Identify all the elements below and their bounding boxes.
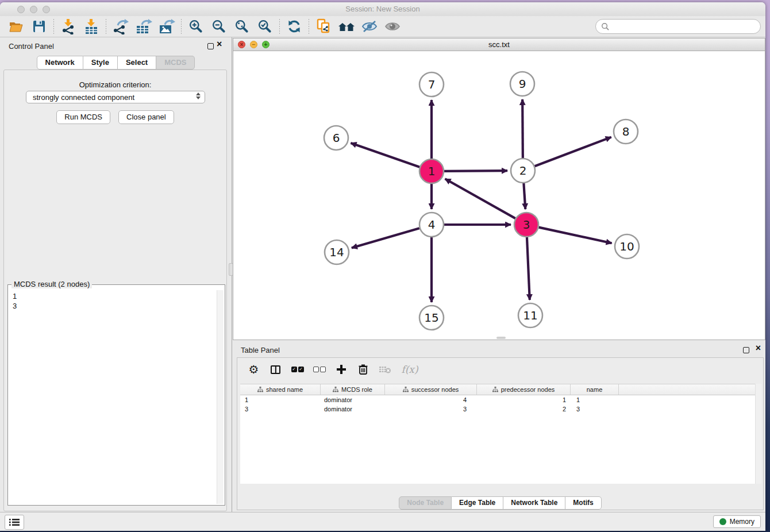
edge-3-10[interactable] [538, 228, 611, 244]
edge-1-2[interactable] [444, 171, 507, 171]
zoom-out-icon[interactable] [207, 18, 230, 35]
cell-mcds-role[interactable]: dominator [321, 406, 385, 413]
cell-predecessor-nodes[interactable]: 1 [477, 396, 571, 403]
cell-successor-nodes[interactable]: 3 [385, 406, 477, 413]
zoom-selected-icon[interactable] [253, 18, 276, 35]
graph-node-label-15: 15 [424, 311, 438, 325]
tab-edge-table[interactable]: Edge Table [452, 496, 503, 510]
memory-button[interactable]: Memory [713, 515, 761, 528]
mcds-result-list[interactable]: 13 [9, 290, 217, 504]
cell-shared-name[interactable]: 1 [240, 396, 321, 403]
table-row[interactable]: 1dominator411 [240, 395, 756, 404]
add-row-icon[interactable] [333, 362, 349, 377]
network-splitter-handle[interactable] [496, 337, 506, 339]
mcds-result-line: 1 [13, 291, 217, 301]
mcds-panel: Optimization criterion: strongly connect… [3, 70, 227, 511]
edge-2-8[interactable] [535, 137, 611, 167]
tab-network[interactable]: Network [37, 56, 83, 70]
show-all-eye-icon[interactable] [381, 18, 404, 35]
column-header-successor-nodes[interactable]: successor nodes [385, 384, 477, 395]
optimization-criterion-select[interactable]: strongly connected component [26, 91, 205, 103]
cell-shared-name[interactable]: 3 [240, 406, 321, 413]
control-panel-header: Control Panel × [0, 37, 232, 53]
float-panel-icon[interactable] [207, 43, 214, 49]
cell-name[interactable]: 3 [571, 406, 619, 413]
column-header-shared-name[interactable]: shared name [240, 384, 321, 395]
cell-name[interactable]: 1 [571, 396, 619, 403]
network-canvas[interactable]: 7968124314101511 [233, 51, 765, 340]
tab-network-table[interactable]: Network Table [503, 496, 565, 510]
export-table-icon[interactable] [132, 18, 155, 35]
tab-mcds[interactable]: MCDS [156, 56, 195, 70]
optimization-criterion-label: Optimization criterion: [4, 80, 226, 89]
table-panel-title: Table Panel [241, 346, 280, 354]
memory-label: Memory [730, 518, 754, 526]
column-header-name[interactable]: name [571, 384, 619, 395]
attribute-tree-icon [333, 387, 338, 392]
graph-node-label-10: 10 [619, 240, 634, 253]
app-window: Session: New Session [0, 2, 765, 531]
edge-3-1[interactable] [445, 179, 515, 218]
graph-node-label-14: 14 [329, 245, 344, 259]
column-header-predecessor-nodes[interactable]: predecessor nodes [477, 384, 571, 395]
table-row[interactable]: 3dominator323 [240, 404, 756, 414]
column-header-label: MCDS role [341, 386, 372, 393]
cell-mcds-role[interactable]: dominator [321, 396, 385, 403]
network-window-titlebar[interactable]: × − + scc.txt [233, 38, 765, 51]
function-builder-button: f(x) [398, 362, 421, 377]
toolbar-separator [53, 19, 54, 34]
export-image-icon[interactable] [155, 18, 178, 35]
control-panel-tabs: NetworkStyleSelectMCDS [0, 56, 232, 70]
zoom-fit-icon[interactable] [230, 18, 253, 35]
toolbar-separator [309, 19, 309, 34]
network-window-title: scc.txt [233, 40, 765, 49]
refresh-icon[interactable] [283, 18, 306, 35]
first-neighbors-icon[interactable] [312, 18, 335, 35]
column-header-mcds-role[interactable]: MCDS role [321, 384, 385, 395]
close-panel-button[interactable]: Close panel [118, 110, 174, 124]
toolbar-separator [279, 19, 280, 34]
save-session-icon[interactable] [28, 18, 51, 35]
home-layout-icon[interactable] [335, 18, 358, 35]
control-panel-title: Control Panel [9, 42, 54, 51]
show-column-icon[interactable] [267, 362, 284, 377]
delete-row-trash-icon[interactable] [355, 362, 371, 377]
edge-2-9[interactable] [522, 99, 523, 158]
table-type-tabs: Node TableEdge TableNetwork TableMotifs [237, 496, 763, 510]
export-network-icon[interactable] [109, 18, 132, 35]
status-bar: Memory [0, 512, 765, 531]
open-file-icon[interactable] [5, 18, 28, 35]
edge-2-3[interactable] [523, 183, 525, 209]
tab-style[interactable]: Style [83, 56, 118, 70]
run-mcds-button[interactable]: Run MCDS [56, 110, 110, 124]
import-table-icon[interactable] [80, 18, 103, 35]
edge-1-6[interactable] [351, 143, 419, 167]
table-close-panel-icon[interactable]: × [756, 343, 761, 353]
table-float-panel-icon[interactable] [743, 347, 749, 353]
task-list-button[interactable] [5, 515, 24, 530]
node-table-view: ⚙ ✓✓ f(x) shared nameMCDS rolesuccessor … [237, 357, 764, 510]
edge-3-11[interactable] [527, 237, 530, 300]
close-panel-icon[interactable]: × [217, 39, 222, 49]
cell-successor-nodes[interactable]: 4 [385, 396, 477, 403]
zoom-in-icon[interactable] [184, 18, 207, 35]
table-scrollbar[interactable] [755, 384, 761, 484]
hide-selected-eye-icon[interactable] [358, 18, 381, 35]
main-toolbar [0, 16, 765, 37]
column-header-label: predecessor nodes [501, 386, 555, 393]
search-input[interactable] [610, 20, 760, 33]
window-title: Session: New Session [0, 5, 765, 13]
select-all-icon[interactable]: ✓✓ [289, 362, 306, 377]
tab-node-table[interactable]: Node Table [399, 496, 452, 510]
memory-status-dot [719, 518, 726, 525]
edge-4-14[interactable] [352, 228, 419, 248]
search-box[interactable] [595, 19, 761, 34]
import-network-icon[interactable] [57, 18, 80, 35]
table-options-gear-icon[interactable]: ⚙ [245, 362, 262, 377]
cell-predecessor-nodes[interactable]: 2 [477, 406, 571, 413]
result-scrollbar[interactable] [217, 290, 224, 504]
tab-motifs[interactable]: Motifs [565, 496, 601, 510]
graph-node-label-2: 2 [519, 164, 527, 178]
unselect-all-icon[interactable] [311, 362, 328, 377]
tab-select[interactable]: Select [118, 56, 156, 70]
